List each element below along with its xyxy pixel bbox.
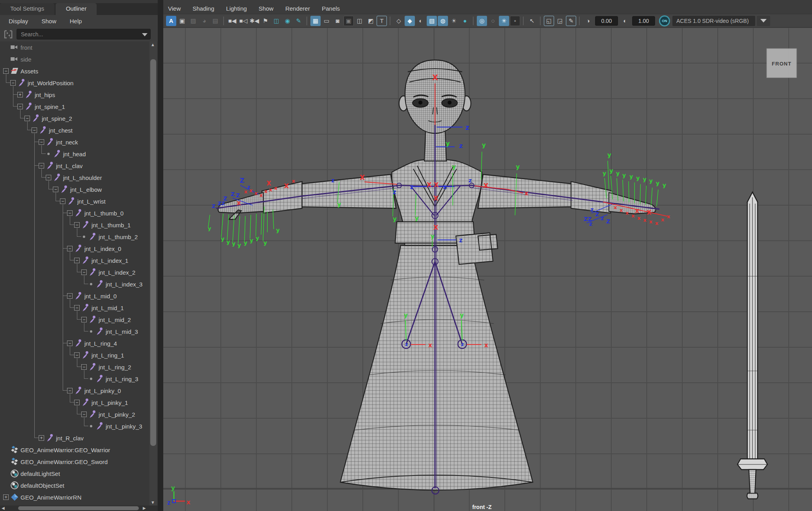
tree-item-Assets[interactable]: −Assets: [0, 65, 149, 77]
tree-item-jnt_L_index_1[interactable]: −jnt_L_index_1: [0, 255, 149, 266]
expander-collapse-icon[interactable]: −: [81, 270, 87, 275]
tree-item-jnt_L_clav[interactable]: −jnt_L_clav: [0, 160, 149, 172]
expander-collapse-icon[interactable]: −: [53, 187, 58, 192]
image-plane-icon[interactable]: ▤: [210, 16, 220, 26]
viewport-menu-show[interactable]: Show: [259, 5, 274, 12]
expander-collapse-icon[interactable]: −: [74, 258, 80, 263]
tree-item-jnt_L_mid_2[interactable]: −jnt_L_mid_2: [0, 314, 149, 326]
expander-collapse-icon[interactable]: −: [81, 364, 87, 370]
marquee-icon[interactable]: ▨: [188, 16, 198, 26]
render-setting-icon[interactable]: ▪: [510, 16, 520, 26]
viewport-menu-view[interactable]: View: [168, 5, 181, 12]
select-tool-a-icon[interactable]: A: [166, 16, 176, 26]
tree-item-side[interactable]: side: [0, 53, 149, 65]
expander-collapse-icon[interactable]: −: [67, 293, 73, 299]
tree-item-jnt_L_ring_2[interactable]: −jnt_L_ring_2: [0, 361, 149, 373]
motion-blur-icon[interactable]: ◌: [488, 16, 498, 26]
search-dropdown-arrow-icon[interactable]: [142, 33, 147, 36]
scroll-down-icon[interactable]: ▼: [151, 500, 155, 505]
anti-aliasing-icon[interactable]: ✳: [499, 16, 509, 26]
expander-expand-icon[interactable]: +: [17, 92, 23, 97]
expander-collapse-icon[interactable]: −: [67, 388, 73, 393]
tree-item-GEO_AnimeWarrior:GEO_Sword[interactable]: GEO_AnimeWarrior:GEO_Sword: [0, 456, 149, 468]
expander-collapse-icon[interactable]: −: [74, 222, 80, 228]
tree-item-jnt_L_ring_3[interactable]: jnt_L_ring_3: [0, 373, 149, 385]
tree-item-jnt_L_shoulder[interactable]: −jnt_L_shoulder: [0, 172, 149, 183]
shaded-mode-icon[interactable]: ◆: [405, 16, 415, 26]
expander-collapse-icon[interactable]: −: [24, 116, 30, 121]
tree-item-jnt_R_clav[interactable]: +jnt_R_clav: [0, 432, 149, 444]
tree-item-jnt_L_pinky_1[interactable]: −jnt_L_pinky_1: [0, 397, 149, 408]
tree-item-jnt_L_index_3[interactable]: jnt_L_index_3: [0, 278, 149, 290]
tree-item-jnt_chest[interactable]: −jnt_chest: [0, 124, 149, 136]
gamma-icon[interactable]: ◐: [620, 16, 630, 26]
resolution-gate-icon[interactable]: ◙: [332, 16, 343, 26]
expander-collapse-icon[interactable]: −: [46, 175, 51, 180]
lighting-icon[interactable]: ☀: [449, 16, 459, 26]
shadows-icon[interactable]: ●: [460, 16, 470, 26]
outliner-menu-help[interactable]: Help: [70, 18, 82, 24]
expander-collapse-icon[interactable]: −: [67, 210, 73, 216]
screen-space-ao-icon[interactable]: ◎: [477, 16, 487, 26]
tree-item-jnt_L_elbow[interactable]: −jnt_L_elbow: [0, 183, 149, 195]
viewport-menu-panels[interactable]: Panels: [322, 5, 340, 12]
lock-camera-icon[interactable]: ■◁: [238, 16, 248, 26]
tree-item-jnt_spine_2[interactable]: −jnt_spine_2: [0, 112, 149, 124]
outliner-vertical-scrollbar[interactable]: ▲ ▼: [149, 41, 157, 505]
tree-item-jnt_L_mid_1[interactable]: −jnt_L_mid_1: [0, 302, 149, 314]
expander-collapse-icon[interactable]: −: [39, 163, 44, 168]
wireframe-mode-icon[interactable]: ◇: [394, 16, 404, 26]
gate-mask-icon[interactable]: ▣: [343, 16, 354, 26]
expander-collapse-icon[interactable]: −: [10, 80, 16, 86]
outliner-menu-display[interactable]: Display: [9, 18, 28, 24]
tree-item-defaultObjectSet[interactable]: defaultObjectSet: [0, 479, 149, 491]
tree-item-defaultLightSet[interactable]: defaultLightSet: [0, 468, 149, 479]
expander-collapse-icon[interactable]: −: [67, 246, 73, 251]
outliner-horizontal-scrollbar[interactable]: ◀ ▶: [0, 505, 158, 511]
outliner-menu-show[interactable]: Show: [41, 18, 56, 24]
view-gizmo[interactable]: FRONT: [767, 49, 797, 78]
outliner-tree[interactable]: frontside−Assets−jnt_WorldPosition+jnt_h…: [0, 41, 149, 505]
expander-collapse-icon[interactable]: −: [81, 412, 87, 417]
expander-collapse-icon[interactable]: −: [74, 305, 80, 311]
viewport-menu-lighting[interactable]: Lighting: [226, 5, 247, 12]
tree-item-jnt_L_thumb_1[interactable]: −jnt_L_thumb_1: [0, 219, 149, 231]
camera-attributes-icon[interactable]: ✱◀: [249, 16, 259, 26]
tree-item-GEO_AnimeWarriorRN[interactable]: +GEO_AnimeWarriorRN: [0, 491, 149, 503]
expander-collapse-icon[interactable]: −: [17, 104, 23, 109]
scroll-left-icon[interactable]: ◀: [2, 506, 5, 510]
expander-expand-icon[interactable]: +: [39, 435, 44, 441]
scroll-up-icon[interactable]: ▲: [151, 42, 155, 47]
grease-pencil-icon[interactable]: ✎: [293, 16, 304, 26]
colorspace-dropdown[interactable]: ACES 1.0 SDR-video (sRGB): [672, 16, 755, 26]
tree-item-jnt_L_index_2[interactable]: −jnt_L_index_2: [0, 266, 149, 278]
colorspace-dropdown-arrow-icon[interactable]: [757, 16, 770, 26]
tree-item-jnt_WorldPosition[interactable]: −jnt_WorldPosition: [0, 77, 149, 89]
tree-item-front[interactable]: front: [0, 41, 149, 53]
expander-collapse-icon[interactable]: −: [74, 352, 80, 358]
tree-item-jnt_hips[interactable]: +jnt_hips: [0, 89, 149, 101]
isolate-pen-icon[interactable]: ✎: [566, 16, 576, 26]
expander-collapse-icon[interactable]: −: [39, 139, 44, 145]
exposure-icon[interactable]: ◑: [583, 16, 593, 26]
scroll-right-icon[interactable]: ▶: [143, 506, 146, 510]
viewport-canvas[interactable]: XzyzXzyzXXzzyyyXxzyyXXyzyyzzxxZZZZZzZZxx…: [163, 28, 812, 511]
expander-collapse-icon[interactable]: −: [74, 400, 80, 405]
tree-item-jnt_L_pinky_2[interactable]: −jnt_L_pinky_2: [0, 408, 149, 420]
expander-collapse-icon[interactable]: −: [60, 198, 65, 204]
tree-item-jnt_neck[interactable]: −jnt_neck: [0, 136, 149, 148]
color-wheel-icon[interactable]: ◕: [199, 16, 209, 26]
horizontal-scroll-thumb[interactable]: [18, 506, 139, 510]
tree-item-jnt_head[interactable]: jnt_head: [0, 148, 149, 160]
select-cursor-icon[interactable]: ↖: [527, 16, 537, 26]
tree-item-jnt_L_wrist[interactable]: −jnt_L_wrist: [0, 195, 149, 207]
pan-zoom-icon[interactable]: ◉: [282, 16, 293, 26]
tree-item-jnt_spine_1[interactable]: −jnt_spine_1: [0, 101, 149, 112]
tree-item-jnt_L_pinky_0[interactable]: −jnt_L_pinky_0: [0, 385, 149, 397]
exposure-field[interactable]: [595, 16, 618, 26]
field-chart-icon[interactable]: ◫: [355, 16, 365, 26]
film-gate-display-icon[interactable]: ▭: [321, 16, 332, 26]
tree-item-GEO_AnimeWarrior:GEO_Warrior[interactable]: GEO_AnimeWarrior:GEO_Warrior: [0, 444, 149, 456]
vertical-scroll-thumb[interactable]: [150, 59, 156, 446]
tree-item-jnt_L_pinky_3[interactable]: jnt_L_pinky_3: [0, 420, 149, 432]
